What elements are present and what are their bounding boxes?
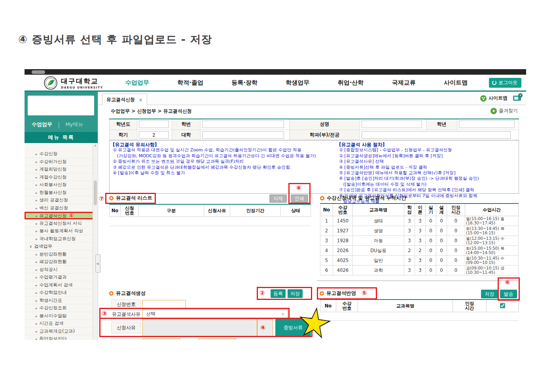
- sidebar-item[interactable]: ▸수강학점안내: [25, 289, 98, 297]
- sidebar-item[interactable]: ▸국내학점교류신청: [25, 235, 98, 243]
- grade-input[interactable]: [459, 121, 515, 128]
- sidebar-item[interactable]: ▸유고결석신청①: [25, 212, 98, 220]
- university-logo: 대구대학교 DAEGU UNIVERSITY: [44, 76, 103, 90]
- nav-item-career[interactable]: 취업·산학: [338, 79, 364, 87]
- apply-save-button[interactable]: 저장: [481, 290, 498, 298]
- period-start-input[interactable]: [142, 338, 180, 340]
- print-button[interactable]: 인쇄: [291, 194, 308, 203]
- tab-absence-application[interactable]: 유고결석신청 ×: [102, 94, 147, 106]
- nav-item-international[interactable]: 국제교류: [392, 79, 416, 87]
- name-input[interactable]: [362, 121, 422, 128]
- apply-no-label: 신청번호: [111, 300, 141, 309]
- college-input[interactable]: [202, 131, 284, 139]
- sidebar-item[interactable]: ▸분반강좌현황: [25, 251, 98, 258]
- table-cell: 6: [320, 266, 333, 275]
- reason-type-label: 유고결석사유: [111, 309, 141, 319]
- sidebar-item-label: 학생시간표: [40, 298, 63, 303]
- text-line: ② 증빙서류가 위조 또는 변조된 것일 경우 해당 교과목 실격(F)처리: [113, 159, 334, 164]
- sidebar-item[interactable]: ▸사회봉사신청: [25, 181, 98, 189]
- absence-reason-select[interactable]: 선택 ∨: [142, 309, 288, 318]
- annotation-8: ⑧: [296, 184, 301, 192]
- register-button[interactable]: 등록: [271, 289, 286, 298]
- sidebar-item[interactable]: ▸헌혈봉사신청: [25, 189, 98, 197]
- delete-button[interactable]: 삭제: [269, 194, 287, 203]
- apply-no-input[interactable]: [142, 300, 186, 308]
- select-all-checkbox[interactable]: [500, 303, 505, 308]
- nav-item-registration[interactable]: 등록·장학: [231, 79, 258, 87]
- arrow-icon: ▸: [36, 183, 38, 187]
- sidebar-scrollbar[interactable]: ∧: [93, 143, 98, 340]
- sidebar-item-label: 수업평가결과: [40, 274, 67, 280]
- logout-button[interactable]: 로그아웃: [489, 78, 521, 88]
- table-cell: 0: [436, 266, 447, 275]
- favorite-link[interactable]: ★즐겨찾기: [491, 107, 518, 114]
- sidebar-item-label: 폐강강좌현황: [40, 259, 67, 264]
- arrow-icon: ▸: [36, 253, 38, 256]
- sidebar-tab-classwork[interactable]: 수업업무: [32, 121, 52, 128]
- divider: [317, 281, 519, 281]
- sidebar-item[interactable]: ▸계절수강신청: [25, 173, 98, 181]
- text-line: ④ [발송]이후 날짜 수정 및 취소 불가: [113, 170, 334, 176]
- sidebar-tab-mymenu[interactable]: My메뉴: [65, 121, 83, 128]
- sidebar-item[interactable]: ▸수업계획서 검색: [25, 281, 98, 289]
- sidebar-item[interactable]: ▸백신 공결신청: [25, 204, 98, 212]
- sidebar-item[interactable]: ▸유고결석신청서 서식: [25, 220, 98, 228]
- table-cell: 아동: [353, 236, 404, 246]
- sidebar-item[interactable]: ▸수강신청: [25, 150, 98, 158]
- text-line: ③ 폐강으로 인한 유고결석은 단과대학행정실에서 폐강과목 수강신청자 명단 …: [113, 165, 334, 170]
- sidebar-item-label: 계절수강신청: [40, 174, 67, 180]
- text-line: ([발송]이후에는 데이터 수정 및 삭제 불가): [339, 182, 515, 187]
- sidebar-item[interactable]: ▸성적공시: [25, 266, 98, 274]
- create-save-button[interactable]: 저장: [288, 289, 303, 298]
- chevron-down-icon: ∨: [281, 311, 284, 317]
- sidebar-menu: ▸수강신청▸수강허가신청▸계절희망신청▸계절수강신청▸사회봉사신청▸헌혈봉사신청…: [25, 143, 98, 340]
- sidebar-item[interactable]: ∨검색업무: [25, 243, 98, 251]
- sidebar-item[interactable]: ▸시간표 검색: [25, 320, 98, 328]
- sidebar-item[interactable]: ▸학생시간표: [25, 297, 98, 305]
- university-name: 대구대학교: [61, 77, 103, 86]
- sitemap-link[interactable]: 사이트맵: [480, 95, 508, 102]
- student-id-input[interactable]: [202, 121, 284, 128]
- sidebar-item[interactable]: ▸수강신청조회: [25, 304, 98, 312]
- annotation-3: ③: [102, 310, 107, 317]
- nav-item-sitemap[interactable]: 사이트맵: [444, 79, 468, 87]
- table-cell: 1928: [333, 236, 353, 246]
- sidebar-item[interactable]: ▸생리 공결신청: [25, 196, 98, 204]
- year-input[interactable]: [139, 121, 169, 128]
- scrollbar-thumb[interactable]: [94, 181, 97, 205]
- main-content: 유고결석신청 × 사이트맵 수업업무 > 신청업무 > 유고결석신청 ★즐겨찾기…: [98, 92, 526, 340]
- sidebar-collapse-handle[interactable]: <: [95, 254, 100, 273]
- arrow-icon: ▸: [36, 306, 38, 310]
- sidebar-item[interactable]: ▸취업적성진단: [25, 335, 98, 340]
- send-button[interactable]: 발송: [500, 290, 517, 298]
- sidebar-item[interactable]: ▸봉사 활동계획서 작성: [25, 227, 98, 235]
- sidebar-item[interactable]: ▸계절희망신청: [25, 166, 98, 173]
- nav-item-records[interactable]: 학적·졸업: [177, 79, 203, 87]
- table-cell: DU실용: [353, 246, 404, 256]
- sidebar-item[interactable]: ▸교과목개요(교과): [25, 328, 98, 335]
- window-icon[interactable]: [513, 96, 521, 101]
- arrow-icon: ▸: [36, 191, 38, 195]
- sidebar-item[interactable]: ▸수업평가결과: [25, 273, 98, 281]
- sidebar-item[interactable]: ▸폐강강좌현황: [25, 258, 98, 266]
- sidebar-item[interactable]: ▸봉사이수열람: [25, 312, 98, 320]
- period-end-input[interactable]: [198, 338, 236, 340]
- table-row: 11450생태33000월(15:00~16:15) 월(16:30~17:45…: [320, 216, 519, 226]
- arrow-icon: ▸: [36, 222, 38, 226]
- grade-label: 학년: [426, 119, 457, 130]
- major-input[interactable]: [362, 131, 511, 139]
- enrollment-title: 수강신청내역 및 유고결석 누적시간: [320, 195, 406, 202]
- nav-item-student[interactable]: 학생업무: [286, 79, 309, 87]
- sidebar-item[interactable]: ▸수강허가신청: [25, 158, 98, 166]
- term-input[interactable]: [139, 131, 169, 139]
- college-label: 대학: [172, 130, 201, 140]
- table-cell: 2: [404, 246, 415, 256]
- annotation-4: ④: [260, 324, 266, 332]
- scrollbar-up-icon[interactable]: ∧: [93, 144, 98, 147]
- nav-item-classwork[interactable]: 수업업무: [125, 79, 149, 87]
- reason-textarea[interactable]: [142, 319, 257, 336]
- table-cell: 0: [436, 256, 447, 266]
- sidebar-item-label: 봉사이수열람: [40, 313, 67, 318]
- sidebar-item-label: 수강신청: [40, 151, 58, 156]
- tab-close-icon[interactable]: ×: [138, 97, 143, 103]
